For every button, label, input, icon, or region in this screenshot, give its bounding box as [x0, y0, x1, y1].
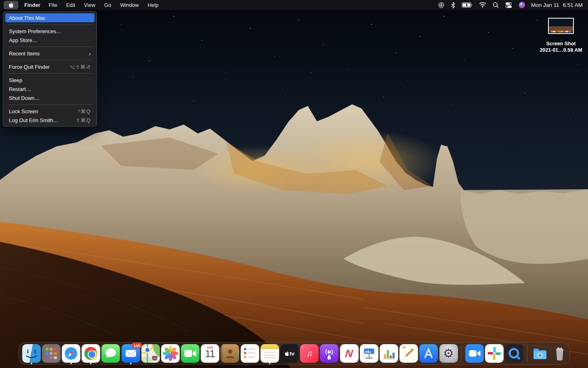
app-store-icon — [419, 344, 438, 363]
contacts-icon — [220, 344, 239, 363]
menubar-menu-file[interactable]: File — [44, 2, 62, 8]
photos-icon — [161, 344, 180, 363]
numbers-icon — [380, 344, 398, 363]
dock-item-news[interactable]: N — [340, 343, 359, 365]
menu-bar: Finder File Edit View Go Window Help — [0, 0, 588, 10]
menubar-menu-edit[interactable]: Edit — [62, 2, 80, 8]
system-preferences-icon: ⚙ — [439, 344, 458, 363]
menu-item-shut-down[interactable]: Shut Down… — [5, 93, 94, 102]
calendar-icon: JAN 11 — [201, 344, 219, 363]
dock-item-contacts[interactable] — [220, 343, 239, 365]
dock-item-notes[interactable] — [260, 343, 279, 365]
downloads-folder-icon — [531, 344, 549, 363]
dock-item-music[interactable]: ♫ — [300, 343, 319, 365]
apple-menu-button[interactable] — [4, 1, 18, 9]
maps-interstate-shield: 280 — [152, 356, 157, 360]
apple-logo-icon — [285, 351, 289, 356]
slack-icon — [485, 344, 504, 363]
apple-logo-icon — [8, 2, 14, 8]
menu-item-app-store[interactable]: App Store… — [5, 36, 94, 44]
dock-item-quicktime[interactable] — [505, 343, 523, 365]
battery-charging-icon[interactable] — [458, 0, 476, 10]
svg-text:280: 280 — [153, 357, 156, 360]
menu-item-force-quit-finder[interactable]: Force Quit Finder ⌥⇧⌘↺ — [5, 62, 94, 71]
screenshot-thumbnail[interactable] — [548, 18, 574, 34]
chrome-icon — [82, 344, 100, 363]
dock-item-chrome[interactable] — [82, 343, 100, 365]
menu-item-system-preferences[interactable]: System Preferences… — [5, 27, 94, 36]
dock-separator — [527, 346, 527, 362]
menu-item-recent-items[interactable]: Recent Items › — [5, 49, 94, 58]
dock-item-maps[interactable]: 280 — [141, 343, 160, 365]
shortcut-label: ⌥⇧⌘↺ — [69, 64, 91, 70]
desktop-file-screenshot[interactable]: Screen Shot 2021-01…0.58 AM — [531, 18, 588, 53]
menu-separator — [7, 24, 92, 25]
siri-icon[interactable] — [515, 0, 529, 10]
bluetooth-icon[interactable] — [448, 0, 458, 10]
menu-separator — [7, 47, 92, 47]
music-note-glyph: ♫ — [306, 349, 313, 358]
dock-item-keynote[interactable] — [360, 343, 378, 365]
menu-separator — [7, 104, 92, 105]
spotlight-search-icon[interactable] — [489, 0, 502, 10]
news-icon: N — [340, 344, 359, 363]
zoom-icon — [465, 344, 484, 363]
dock-item-app-store[interactable] — [419, 343, 438, 365]
wifi-icon[interactable] — [476, 0, 489, 10]
podcasts-icon — [320, 344, 338, 363]
mail-unread-badge: 148 — [132, 343, 142, 348]
gear-icon: ⚙ — [443, 347, 454, 360]
dock-item-facetime[interactable] — [181, 343, 200, 365]
menubar-menu-go[interactable]: Go — [100, 2, 116, 8]
desktop-file-label: Screen Shot 2021-01…0.58 AM — [531, 40, 588, 53]
menu-item-lock-screen[interactable]: Lock Screen ^⌘Q — [5, 107, 94, 116]
keynote-icon — [360, 344, 378, 363]
dock-item-trash[interactable] — [550, 343, 569, 365]
control-center-icon[interactable] — [502, 0, 515, 10]
running-indicator — [70, 363, 72, 364]
dock-item-reminders[interactable] — [241, 343, 259, 365]
dock-item-launchpad[interactable] — [42, 343, 61, 365]
apple-tv-icon: tv — [280, 344, 299, 363]
dock-item-photos[interactable] — [161, 343, 180, 365]
music-icon: ♫ — [300, 344, 319, 363]
menu-item-log-out[interactable]: Log Out Erin Smith… ⇧⌘Q — [5, 116, 94, 125]
running-indicator — [130, 363, 132, 364]
dock-item-messages[interactable] — [101, 343, 120, 365]
dock-item-slack[interactable] — [485, 343, 504, 365]
dock-item-tv[interactable]: tv — [280, 343, 299, 365]
dock-item-system-preferences[interactable]: ⚙ — [439, 343, 458, 365]
reminders-icon — [241, 344, 259, 363]
dock-separator — [461, 346, 462, 362]
dock-item-mail[interactable]: 148 — [122, 343, 140, 365]
dock-item-safari[interactable] — [62, 343, 80, 365]
airdrop-icon[interactable] — [435, 0, 448, 10]
dock: 148 280 — [18, 342, 570, 365]
submenu-chevron-icon: › — [89, 51, 91, 57]
dock-item-zoom[interactable] — [465, 343, 484, 365]
menu-item-about-this-mac[interactable]: About This Mac — [5, 13, 94, 22]
dock-item-numbers[interactable] — [380, 343, 398, 365]
shortcut-label: ^⌘Q — [78, 108, 91, 114]
pages-quote-glyph: “ — [402, 345, 406, 353]
menu-item-restart[interactable]: Restart… — [5, 85, 94, 93]
menubar-menu-help[interactable]: Help — [143, 2, 163, 8]
finder-icon — [22, 344, 41, 363]
dock-item-finder[interactable] — [22, 343, 41, 365]
thumbnail-mini-dock — [550, 31, 571, 32]
menu-separator — [7, 73, 92, 74]
menubar-app-name[interactable]: Finder — [20, 2, 44, 8]
dock-item-downloads[interactable] — [531, 343, 549, 365]
dock-item-podcasts[interactable] — [320, 343, 338, 365]
dock-item-pages[interactable]: “ — [399, 343, 418, 365]
pages-icon: “ — [399, 344, 418, 363]
menubar-time: 6:51 AM — [563, 2, 583, 8]
dock-item-calendar[interactable]: JAN 11 — [201, 343, 219, 365]
safari-icon — [62, 344, 80, 363]
menubar-menu-window[interactable]: Window — [116, 2, 143, 8]
menubar-menu-view[interactable]: View — [80, 2, 100, 8]
menu-item-sleep[interactable]: Sleep — [5, 76, 94, 85]
facetime-icon — [181, 344, 200, 363]
menubar-clock[interactable]: Mon Jan 11 6:51 AM — [529, 2, 588, 8]
running-indicator — [269, 363, 271, 364]
